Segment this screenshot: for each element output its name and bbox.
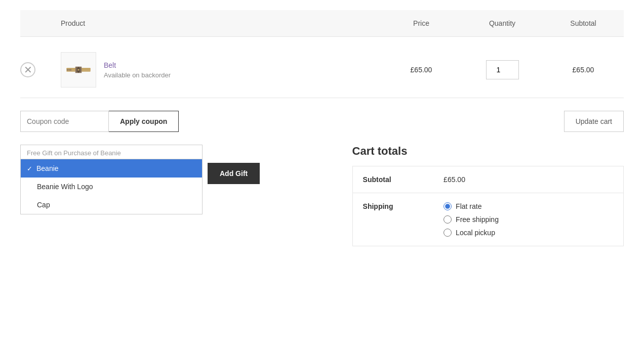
dropdown-option-cap[interactable]: Cap (21, 196, 202, 214)
product-price: £65.00 (381, 66, 462, 74)
coupon-form: Apply coupon (20, 111, 179, 132)
cart-totals-title: Cart totals (352, 145, 624, 158)
apply-coupon-button[interactable]: Apply coupon (109, 111, 179, 132)
update-cart-button[interactable]: Update cart (564, 111, 624, 132)
shipping-options: Flat rate Free shipping Local pickup (444, 202, 613, 237)
quantity-input[interactable] (486, 60, 519, 79)
dropdown-option-label-cap: Cap (37, 201, 50, 209)
svg-point-5 (77, 69, 79, 70)
column-header-subtotal: Subtotal (543, 19, 624, 27)
subtotal-row: Subtotal £65.00 (352, 166, 623, 193)
shipping-option-flat-rate-label: Flat rate (456, 202, 481, 210)
shipping-option-local-pickup-label: Local pickup (456, 229, 495, 237)
svg-rect-6 (67, 69, 68, 71)
cart-totals-table: Subtotal £65.00 Shipping Flat rate (352, 166, 624, 246)
svg-rect-8 (70, 69, 71, 71)
svg-rect-7 (69, 69, 70, 71)
cart-table-header: Product Price Quantity Subtotal (20, 10, 624, 37)
cart-row: ✕ Belt Available on backord (20, 42, 624, 98)
shipping-radio-local-pickup[interactable] (444, 229, 452, 237)
belt-image-svg (66, 62, 91, 77)
product-info: Belt Available on backorder (96, 61, 171, 79)
shipping-option-free-shipping[interactable]: Free shipping (444, 215, 613, 224)
product-image (61, 52, 96, 87)
cart-totals-section: Cart totals Subtotal £65.00 Shipping Fla… (352, 145, 624, 246)
gift-dropdown-label: Free Gift on Purchase of Beanie (20, 145, 203, 159)
subtotal-value: £65.00 (433, 166, 623, 193)
gift-dropdown-wrapper: Free Gift on Purchase of Beanie ✓ Beanie… (20, 145, 203, 214)
check-icon: ✓ (27, 165, 32, 172)
lower-section: Free Gift on Purchase of Beanie ✓ Beanie… (20, 145, 624, 246)
shipping-row: Shipping Flat rate Free shipping (352, 193, 623, 246)
dropdown-option-beanie[interactable]: ✓ Beanie (21, 159, 202, 178)
product-name-link[interactable]: Belt (104, 61, 116, 69)
coupon-input[interactable] (20, 111, 109, 132)
column-header-price: Price (381, 19, 462, 27)
subtotal-label: Subtotal (352, 166, 433, 193)
shipping-option-free-shipping-label: Free shipping (456, 215, 499, 224)
shipping-options-cell: Flat rate Free shipping Local pickup (433, 193, 623, 246)
column-header-quantity: Quantity (462, 19, 543, 27)
shipping-radio-free-shipping[interactable] (444, 215, 452, 224)
shipping-label: Shipping (352, 193, 433, 246)
shipping-option-flat-rate[interactable]: Flat rate (444, 202, 613, 210)
gift-dropdown-open: ✓ Beanie Beanie With Logo Cap (20, 159, 203, 214)
dropdown-option-label-beanie-with-logo: Beanie With Logo (37, 183, 93, 191)
product-subtotal: £65.00 (543, 66, 624, 74)
remove-item-button[interactable]: ✕ (20, 62, 35, 77)
shipping-radio-flat-rate[interactable] (444, 202, 452, 210)
coupon-row: Apply coupon Update cart (20, 98, 624, 145)
product-status: Available on backorder (104, 71, 171, 79)
add-gift-button[interactable]: Add Gift (208, 163, 260, 184)
gift-section: Free Gift on Purchase of Beanie ✓ Beanie… (20, 145, 352, 246)
shipping-option-local-pickup[interactable]: Local pickup (444, 229, 613, 237)
dropdown-option-beanie-with-logo[interactable]: Beanie With Logo (21, 178, 202, 196)
column-header-product: Product (61, 19, 381, 27)
dropdown-option-label-beanie: Beanie (36, 164, 59, 172)
